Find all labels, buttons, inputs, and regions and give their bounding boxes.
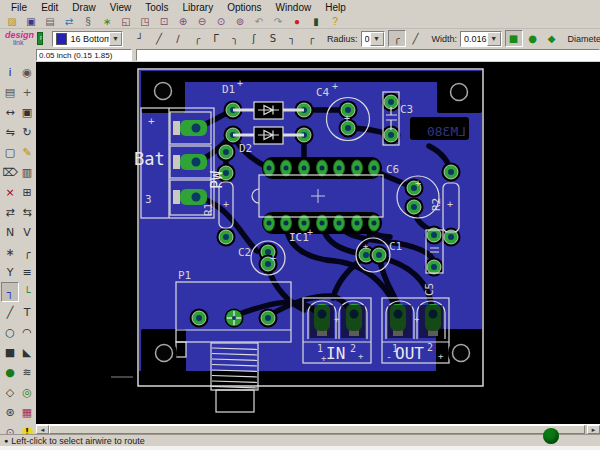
help-icon[interactable]: ? [326,14,344,29]
designlink-logo[interactable]: design link [5,32,34,46]
scrollbar-thumb[interactable] [49,425,585,434]
svg-text:OUT: OUT [395,344,424,363]
auto-tool[interactable]: ▦ [18,402,36,422]
width-combo-dropdown[interactable]: ▼ [487,32,501,46]
redo-icon[interactable]: ↷ [269,14,287,29]
layer-combo[interactable]: 16 Bottom ▼ [52,31,123,47]
move-tool[interactable]: ↔ [1,102,19,122]
scroll-right-arrow-icon[interactable]: ► [587,425,600,434]
svg-text:2: 2 [427,342,433,353]
text-tool[interactable]: T [18,302,36,322]
fit-region-icon[interactable]: ◳ [136,14,154,29]
zoom-out-icon[interactable]: ⊖ [193,14,211,29]
via-tool[interactable]: ● [1,362,19,382]
add-tool[interactable]: ⊞ [18,182,36,202]
zoom-in-icon[interactable]: ⊕ [174,14,192,29]
print-icon[interactable]: ▤ [41,14,59,29]
pad-tool[interactable]: ◎ [18,382,36,402]
via-shape-button-2[interactable]: ◆ [543,30,561,47]
ratsnest-tool[interactable]: ⊛ [1,402,19,422]
via-shape-button-0[interactable]: ■ [505,30,523,47]
delete-tool[interactable]: × [1,182,19,202]
wire-bend-button-7[interactable]: S [264,30,282,47]
wire-bend-button-8[interactable]: ┐ [283,30,301,47]
script-icon[interactable]: § [79,14,97,29]
horizontal-scrollbar[interactable]: ◄ ► [36,424,600,434]
radius-combo[interactable]: 0 ▼ [361,31,385,47]
undo-icon[interactable]: ↶ [250,14,268,29]
zoom-redraw-icon[interactable]: ⊚ [231,14,249,29]
radius-combo-dropdown[interactable]: ▼ [370,32,384,46]
menu-options[interactable]: Options [220,1,268,14]
arc-tool[interactable]: ◠ [18,322,36,342]
name-tool[interactable]: N [1,222,19,242]
circle-tool[interactable]: ○ [1,322,19,342]
wire-bend-button-2[interactable]: ∕ [169,30,187,47]
export-icon[interactable]: ⇄ [60,14,78,29]
eagle-board-editor-window: FileEditDrawViewToolsLibraryOptionsWindo… [0,0,600,450]
menu-window[interactable]: Window [269,1,319,14]
smash-tool[interactable]: ∗ [1,242,19,262]
show-tool[interactable]: ◉ [18,62,36,82]
wire-tool[interactable]: ╱ [1,302,19,322]
menu-tools[interactable]: Tools [138,1,175,14]
go-icon[interactable]: ▮ [307,14,325,29]
svg-text:+: + [415,178,421,189]
stop-icon[interactable]: ● [288,14,306,29]
cut-tool[interactable]: ⌦ [1,162,19,182]
pinswap-tool[interactable]: ⇄ [1,202,19,222]
layer-visibility-button[interactable] [49,30,51,47]
miter-tool[interactable]: ╭ [18,242,36,262]
command-line-input[interactable] [136,49,600,61]
route-tool[interactable]: ┐ [1,282,19,302]
menu-library[interactable]: Library [176,1,221,14]
mark-tool[interactable]: + [18,82,36,102]
replace-tool[interactable]: ⇆ [18,202,36,222]
menu-view[interactable]: View [103,1,139,14]
menu-file[interactable]: File [4,1,34,14]
layer-combo-dropdown[interactable]: ▼ [109,32,122,46]
wire-bend-button-4[interactable]: Γ [207,30,225,47]
group-tool[interactable]: ▢ [1,142,19,162]
via-shape-button-1[interactable]: ● [524,30,542,47]
paste-tool[interactable]: ▥ [18,162,36,182]
use-icon[interactable]: ∗ [98,14,116,29]
miter-style-button-1[interactable]: ╱ [407,30,425,47]
change-tool[interactable]: ✎ [18,142,36,162]
scroll-left-arrow-icon[interactable]: ◄ [36,425,49,434]
wire-bend-button-9[interactable]: ┌ [302,30,320,47]
copy-tool[interactable]: ▣ [18,102,36,122]
parts-store-logo[interactable]: parts store [37,32,43,45]
pcb-board: D1+D2C4+C3LM380BatPW+3R1+IC1+C2+C6+R2+C1… [111,69,483,412]
split-tool[interactable]: Y [1,262,19,282]
value-tool[interactable]: V [18,222,36,242]
rect-tool[interactable]: ■ [1,342,19,362]
display-tool[interactable]: ▤ [1,82,19,102]
optimize-tool[interactable]: ≡ [18,262,36,282]
wire-bend-button-0[interactable]: ┘ [131,30,149,47]
miter-style-button-0[interactable]: ╭ [388,30,406,47]
ripup-tool[interactable]: └ [18,282,36,302]
save-icon[interactable]: ▣ [22,14,40,29]
fit-drawing-icon[interactable]: ◱ [117,14,135,29]
mirror-tool[interactable]: ⇋ [1,122,19,142]
info-tool[interactable]: i [1,62,19,82]
hole-tool[interactable]: ◇ [1,382,19,402]
signal-tool[interactable]: ≋ [18,362,36,382]
menu-help[interactable]: Help [318,1,353,14]
menu-edit[interactable]: Edit [34,1,65,14]
board-canvas[interactable]: D1+D2C4+C3LM380BatPW+3R1+IC1+C2+C6+R2+C1… [36,62,600,424]
zoom-select-icon[interactable]: ⊙ [212,14,230,29]
zoom-fit-icon[interactable]: ⊡ [155,14,173,29]
polygon-tool[interactable]: ◣ [18,342,36,362]
open-icon[interactable]: ▨ [3,14,21,29]
menu-draw[interactable]: Draw [65,1,102,14]
wire-bend-button-3[interactable]: ╭ [188,30,206,47]
wire-bend-button-1[interactable]: ╱ [150,30,168,47]
wire-bend-button-5[interactable]: ╮ [226,30,244,47]
width-combo[interactable]: 0.016 ▼ [460,31,502,47]
bottom-strip [0,446,600,450]
rotate-tool[interactable]: ↻ [18,122,36,142]
wire-bend-button-6[interactable]: ʃ [245,30,263,47]
svg-text:D2: D2 [239,142,252,155]
